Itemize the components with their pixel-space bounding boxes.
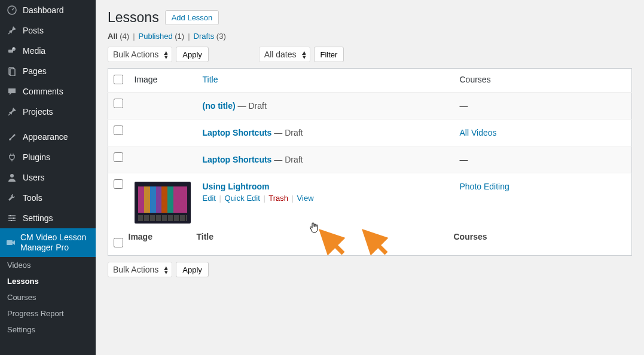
sidebar-item-label: Pages: [23, 66, 47, 76]
sidebar-item-label: Projects: [23, 107, 53, 117]
user-icon: [6, 172, 18, 183]
media-icon: [6, 45, 18, 57]
sidebar-item-projects[interactable]: Projects: [0, 102, 96, 122]
view-link[interactable]: View: [297, 194, 314, 203]
bulk-actions-select-bottom[interactable]: Bulk Actions ▴▾: [108, 262, 172, 277]
apply-button[interactable]: Apply: [176, 47, 209, 62]
lesson-title-link[interactable]: Using Lightroom: [203, 182, 270, 191]
sliders-icon: [6, 212, 18, 224]
plug-icon: [6, 151, 18, 163]
page-title: Lessons: [108, 10, 159, 26]
sidebar-item-label: Tools: [23, 193, 42, 203]
course-link[interactable]: Photo Editing: [460, 182, 509, 191]
svg-rect-4: [10, 69, 15, 76]
sidebar-item-label: Posts: [23, 26, 44, 35]
pin-icon: [6, 106, 18, 118]
sidebar-item-comments[interactable]: Comments: [0, 81, 96, 102]
sidebar-item-label: CM Video Lesson Manager Pro: [20, 232, 90, 253]
sidebar-item-media[interactable]: Media: [0, 41, 96, 61]
sidebar-item-cm-video[interactable]: CM Video Lesson Manager Pro: [0, 228, 96, 257]
sidebar-item-label: Media: [23, 46, 45, 56]
svg-rect-6: [10, 215, 11, 216]
table-row: Laptop Shortcuts — DraftAll Videos: [108, 120, 632, 146]
quick-edit-link[interactable]: Quick Edit: [225, 194, 260, 203]
sidebar-item-posts[interactable]: Posts: [0, 20, 96, 41]
svg-rect-8: [11, 220, 12, 221]
course-link[interactable]: All Videos: [460, 128, 497, 137]
trash-link[interactable]: Trash: [268, 194, 288, 203]
status-text: — Draft: [271, 128, 303, 137]
select-all-checkbox[interactable]: [114, 75, 123, 84]
admin-sidebar: DashboardPostsMediaPagesCommentsProjects…: [0, 0, 96, 355]
svg-rect-7: [13, 218, 14, 219]
brush-icon: [6, 131, 18, 143]
sidebar-subitem-videos[interactable]: Videos: [0, 257, 96, 273]
lessons-table: Image Title Courses (no title) — Draft—L…: [108, 68, 632, 256]
lesson-thumbnail[interactable]: [135, 182, 191, 224]
sidebar-item-pages[interactable]: Pages: [0, 61, 96, 81]
wrench-icon: [6, 192, 18, 204]
table-row: Using LightroomEdit | Quick Edit | Trash…: [108, 173, 632, 232]
apply-button-bottom[interactable]: Apply: [176, 262, 209, 277]
filter-published[interactable]: Published: [139, 32, 173, 41]
date-filter-select[interactable]: All dates ▴▾: [259, 47, 310, 62]
sidebar-item-label: Settings: [23, 213, 53, 223]
svg-point-5: [10, 174, 14, 178]
sidebar-subitem-progress-report[interactable]: Progress Report: [0, 305, 96, 322]
lesson-title-link[interactable]: Laptop Shortcuts: [203, 128, 272, 137]
row-actions: Edit | Quick Edit | Trash | View: [203, 194, 448, 203]
status-text: — Draft: [236, 101, 267, 111]
sidebar-item-label: Comments: [23, 87, 63, 96]
edit-link[interactable]: Edit: [203, 194, 216, 203]
camera-icon: [6, 237, 16, 249]
lesson-title-link[interactable]: (no title): [203, 101, 236, 111]
row-checkbox[interactable]: [114, 99, 123, 108]
pin-icon: [6, 25, 18, 36]
sidebar-item-tools[interactable]: Tools: [0, 188, 96, 208]
sidebar-item-users[interactable]: Users: [0, 167, 96, 188]
sidebar-item-appearance[interactable]: Appearance: [0, 127, 96, 147]
bulk-actions-select[interactable]: Bulk Actions ▴▾: [108, 47, 172, 62]
lesson-title-link[interactable]: Laptop Shortcuts: [203, 155, 272, 164]
column-image: Image: [129, 69, 197, 93]
page-icon: [6, 65, 18, 77]
column-title-sort[interactable]: Title: [197, 232, 214, 241]
main-content: Lessons Add Lesson All (4) | Published (…: [96, 0, 644, 355]
status-filters: All (4) | Published (1) | Drafts (3): [108, 32, 632, 41]
sidebar-item-label: Appearance: [23, 132, 68, 142]
filter-drafts[interactable]: Drafts: [194, 32, 215, 41]
svg-rect-9: [7, 240, 13, 245]
comments-icon: [6, 85, 18, 97]
chevron-updown-icon: ▴▾: [303, 50, 306, 59]
row-checkbox[interactable]: [114, 126, 123, 135]
row-checkbox[interactable]: [114, 179, 123, 189]
sidebar-subitem-courses[interactable]: Courses: [0, 289, 96, 305]
course-text: —: [460, 101, 468, 111]
sidebar-item-label: Dashboard: [23, 5, 64, 15]
sidebar-item-label: Users: [23, 173, 45, 182]
sidebar-item-plugins[interactable]: Plugins: [0, 147, 96, 167]
filter-button[interactable]: Filter: [314, 47, 344, 62]
column-title-sort[interactable]: Title: [203, 75, 218, 84]
sidebar-subitem-settings[interactable]: Settings: [0, 322, 96, 338]
dashboard-icon: [6, 4, 18, 16]
table-row: (no title) — Draft—: [108, 93, 632, 120]
filter-all[interactable]: All: [108, 32, 118, 41]
row-checkbox[interactable]: [114, 152, 123, 162]
add-lesson-button[interactable]: Add Lesson: [165, 10, 219, 25]
column-courses: Courses: [454, 232, 632, 256]
sidebar-subitem-lessons[interactable]: Lessons: [0, 273, 96, 289]
select-all-checkbox-bottom[interactable]: [114, 238, 123, 247]
chevron-updown-icon: ▴▾: [164, 50, 168, 59]
sidebar-item-settings[interactable]: Settings: [0, 208, 96, 228]
status-text: — Draft: [271, 155, 303, 164]
table-row: Laptop Shortcuts — Draft—: [108, 146, 632, 173]
course-text: —: [460, 155, 468, 164]
column-image: Image: [129, 232, 197, 256]
sidebar-item-dashboard[interactable]: Dashboard: [0, 0, 96, 20]
chevron-updown-icon: ▴▾: [164, 265, 168, 274]
sidebar-item-label: Plugins: [23, 152, 50, 162]
column-courses: Courses: [454, 69, 632, 93]
